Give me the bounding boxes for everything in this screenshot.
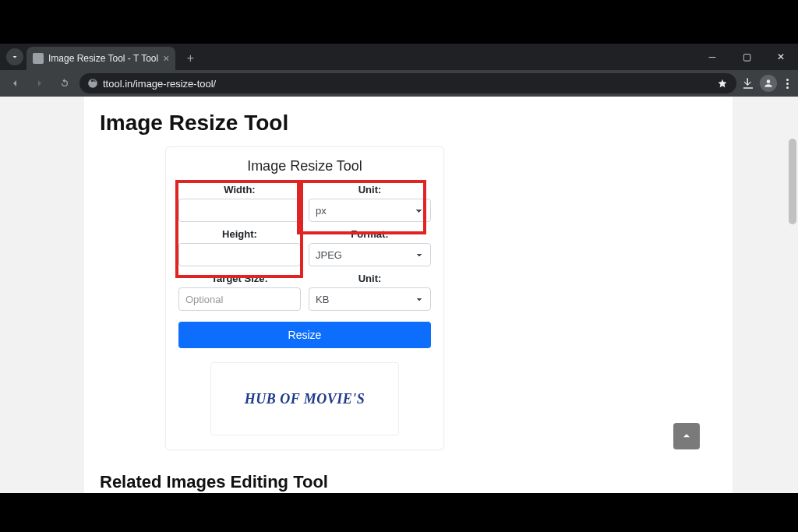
vertical-scrollbar[interactable] xyxy=(787,97,796,493)
downloads-icon[interactable] xyxy=(741,76,755,90)
reload-button[interactable] xyxy=(55,73,75,93)
address-bar-row: ttool.in/image-resize-tool/ xyxy=(0,70,798,97)
minimize-button[interactable]: ─ xyxy=(695,51,729,62)
browser-menu-button[interactable] xyxy=(782,79,793,89)
height-label: Height: xyxy=(178,228,301,240)
tab-search-button[interactable] xyxy=(6,48,23,65)
target-size-label: Target Size: xyxy=(178,273,301,284)
form-grid: Width: Unit: px Height: Format: xyxy=(178,184,431,348)
width-label: Width: xyxy=(178,184,301,196)
address-bar[interactable]: ttool.in/image-resize-tool/ xyxy=(79,73,736,93)
new-tab-button[interactable]: + xyxy=(180,48,200,69)
card-title: Image Resize Tool xyxy=(178,158,431,174)
ad-text: HUB OF MOVIE'S xyxy=(245,391,365,407)
letterbox-bottom xyxy=(0,493,798,532)
height-input[interactable] xyxy=(178,243,301,266)
tab-favicon xyxy=(33,53,44,64)
related-heading: Related Images Editing Tool xyxy=(100,472,717,492)
format-select[interactable]: JPEG xyxy=(309,243,431,266)
scroll-to-top-button[interactable] xyxy=(673,423,700,449)
letterbox-top xyxy=(0,0,798,44)
close-window-button[interactable]: ✕ xyxy=(764,51,798,62)
size-unit-select[interactable]: KB xyxy=(309,287,431,311)
scrollbar-thumb[interactable] xyxy=(789,139,796,224)
unit-label: Unit: xyxy=(309,184,431,196)
bookmark-star-icon[interactable] xyxy=(716,77,729,90)
page-title: Image Resize Tool xyxy=(100,111,717,136)
forward-button[interactable] xyxy=(30,73,50,93)
browser-tab[interactable]: Image Resize Tool - T Tool × xyxy=(26,47,175,70)
back-button[interactable] xyxy=(5,73,25,93)
resize-tool-card: Image Resize Tool Width: Unit: px Height… xyxy=(165,146,444,450)
browser-window: Image Resize Tool - T Tool × + ─ ▢ ✕ tto… xyxy=(0,44,798,493)
target-size-input[interactable] xyxy=(178,287,301,311)
ad-banner[interactable]: HUB OF MOVIE'S xyxy=(210,362,399,435)
content-column: Image Resize Tool Image Resize Tool Widt… xyxy=(84,97,733,493)
url-text: ttool.in/image-resize-tool/ xyxy=(103,78,216,90)
page-viewport: Image Resize Tool Image Resize Tool Widt… xyxy=(0,97,798,493)
unit-select[interactable]: px xyxy=(309,199,431,222)
profile-button[interactable] xyxy=(760,75,777,92)
resize-button[interactable]: Resize xyxy=(178,322,431,348)
width-input[interactable] xyxy=(178,199,301,222)
format-label: Format: xyxy=(309,228,431,240)
maximize-button[interactable]: ▢ xyxy=(729,51,764,62)
tab-close-icon[interactable]: × xyxy=(163,52,169,65)
size-unit-label: Unit: xyxy=(309,273,431,284)
window-controls: ─ ▢ ✕ xyxy=(695,44,798,70)
site-settings-icon xyxy=(87,78,98,89)
tab-title: Image Resize Tool - T Tool xyxy=(48,53,158,64)
tab-strip: Image Resize Tool - T Tool × + ─ ▢ ✕ xyxy=(0,44,798,70)
